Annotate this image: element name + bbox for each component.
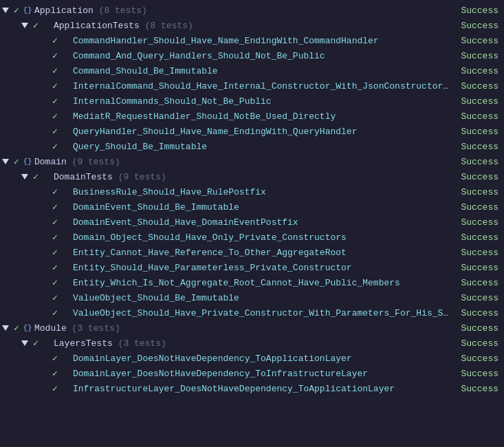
row-label: MediatR_RequestHandler_Should_NotBe_Used…	[72, 111, 452, 122]
row-label: Entity_Should_Have_Parameterless_Private…	[72, 263, 452, 273]
expander-icon	[39, 96, 50, 107]
row-label: InternalCommand_Should_Have_Internal_Con…	[72, 81, 452, 91]
status-badge: Success	[457, 263, 498, 273]
code-icon-spacer	[61, 353, 72, 364]
tree-row-test-entity-parameterless[interactable]: ✓Entity_Should_Have_Parameterless_Privat…	[0, 260, 504, 275]
code-icon-spacer	[41, 171, 52, 182]
row-label: Domain (9 tests)	[33, 157, 452, 167]
tree-row-test-domain-object-constructors[interactable]: ✓Domain_Object_Should_Have_Only_Private_…	[0, 230, 504, 245]
code-icon-spacer	[61, 35, 72, 46]
expander-icon	[39, 232, 50, 243]
row-label: ValueObject_Should_Have_Private_Construc…	[72, 308, 452, 318]
expander-icon[interactable]	[0, 156, 11, 167]
check-icon: ✓	[50, 186, 61, 197]
tree-row-test-commandhandler-name[interactable]: ✓CommandHandler_Should_Have_Name_EndingW…	[0, 33, 504, 48]
tree-row-domain-tests-class[interactable]: ✓DomainTests (9 tests)Success	[0, 169, 504, 184]
code-icon-spacer	[61, 201, 72, 212]
row-label: InternalCommands_Should_Not_Be_Public	[72, 96, 452, 107]
row-label: LayersTests (3 tests)	[52, 338, 452, 349]
row-label: Entity_Which_Is_Not_Aggregate_Root_Canno…	[72, 278, 452, 288]
check-icon: ✓	[50, 247, 61, 258]
tree-row-test-domain-layer-application[interactable]: ✓DomainLayer_DoesNotHaveDependency_ToApp…	[0, 351, 504, 366]
check-icon: ✓	[30, 20, 41, 31]
status-badge: Success	[457, 96, 498, 107]
expander-icon	[39, 247, 50, 258]
row-label: DomainLayer_DoesNotHaveDependency_ToInfr…	[72, 369, 452, 379]
check-icon: ✓	[50, 232, 61, 243]
expander-icon	[39, 65, 50, 76]
expander-icon	[39, 201, 50, 212]
tree-row-layers-tests-class[interactable]: ✓LayersTests (3 tests)Success	[0, 336, 504, 351]
tree-row-test-entity-not-aggregate[interactable]: ✓Entity_Which_Is_Not_Aggregate_Root_Cann…	[0, 275, 504, 290]
row-label: Domain_Object_Should_Have_Only_Private_C…	[72, 232, 452, 243]
check-icon: ✓	[50, 383, 61, 394]
test-count: (3 tests)	[113, 338, 166, 349]
code-icon-spacer	[61, 292, 72, 303]
tree-row-application-tests-class[interactable]: ✓ApplicationTests (8 tests)Success	[0, 18, 504, 33]
status-badge: Success	[457, 353, 498, 364]
code-icon-spacer	[61, 65, 72, 76]
tree-row-test-infrastructure-layer-application[interactable]: ✓InfrastructureLayer_DoesNotHaveDependen…	[0, 381, 504, 396]
check-icon: ✓	[50, 126, 61, 137]
check-icon: ✓	[50, 80, 61, 91]
tree-row-domain-group[interactable]: ✓{}Domain (9 tests)Success	[0, 154, 504, 169]
status-badge: Success	[457, 127, 498, 137]
code-icon-spacer	[61, 307, 72, 318]
tree-row-test-queryhandler-name[interactable]: ✓QueryHandler_Should_Have_Name_EndingWit…	[0, 124, 504, 139]
code-icon-spacer	[61, 186, 72, 197]
code-icon-spacer	[41, 338, 52, 349]
status-badge: Success	[457, 202, 498, 212]
expander-icon[interactable]	[0, 323, 11, 334]
expander-icon	[39, 50, 50, 61]
status-badge: Success	[457, 36, 498, 46]
expander-icon[interactable]	[19, 171, 30, 182]
tree-row-test-command-query-handlers[interactable]: ✓Command_And_Query_Handlers_Should_Not_B…	[0, 48, 504, 63]
code-icon-spacer	[61, 217, 72, 228]
expander-icon[interactable]	[19, 338, 30, 349]
tree-row-test-value-object-constructor[interactable]: ✓ValueObject_Should_Have_Private_Constru…	[0, 305, 504, 320]
check-icon: ✓	[50, 65, 61, 76]
status-badge: Success	[457, 81, 498, 91]
tree-row-test-command-immutable[interactable]: ✓Command_Should_Be_ImmutableSuccess	[0, 63, 504, 78]
tree-row-test-query-immutable[interactable]: ✓Query_Should_Be_ImmutableSuccess	[0, 139, 504, 154]
tree-row-module-group[interactable]: ✓{}Module (3 tests)Success	[0, 320, 504, 336]
expander-icon	[39, 35, 50, 46]
tree-row-test-domain-event-postfix[interactable]: ✓DomainEvent_Should_Have_DomainEventPost…	[0, 215, 504, 230]
status-badge: Success	[457, 217, 498, 228]
expander-icon	[39, 80, 50, 91]
status-badge: Success	[457, 293, 498, 303]
check-icon: ✓	[50, 35, 61, 46]
expander-icon	[39, 141, 50, 152]
expander-icon	[39, 368, 50, 379]
status-badge: Success	[457, 323, 498, 334]
code-icon-spacer	[61, 262, 72, 273]
expander-icon[interactable]	[0, 5, 11, 16]
row-label: Command_And_Query_Handlers_Should_Not_Be…	[72, 51, 452, 61]
code-icon-spacer	[61, 50, 72, 61]
code-icon-spacer	[61, 141, 72, 152]
row-label: DomainEvent_Should_Be_Immutable	[72, 202, 452, 212]
expander-icon	[39, 307, 50, 318]
tree-row-test-domain-event-immutable[interactable]: ✓DomainEvent_Should_Be_ImmutableSuccess	[0, 199, 504, 215]
tree-row-test-business-rule-postfix[interactable]: ✓BusinessRule_Should_Have_RulePostfixSuc…	[0, 184, 504, 199]
code-icon-spacer	[61, 232, 72, 243]
tree-row-test-value-object-immutable[interactable]: ✓ValueObject_Should_Be_ImmutableSuccess	[0, 290, 504, 305]
tree-row-test-domain-layer-infrastructure[interactable]: ✓DomainLayer_DoesNotHaveDependency_ToInf…	[0, 366, 504, 381]
status-badge: Success	[457, 384, 498, 394]
tree-row-application-group[interactable]: ✓{}Application (8 tests)Success	[0, 3, 504, 18]
test-count: (3 tests)	[67, 323, 120, 334]
tree-row-test-internal-commands-not-public[interactable]: ✓InternalCommands_Should_Not_Be_PublicSu…	[0, 94, 504, 109]
tree-row-test-entity-aggregate-root[interactable]: ✓Entity_Cannot_Have_Reference_To_Other_A…	[0, 245, 504, 260]
code-icon-spacer	[61, 96, 72, 107]
expander-icon[interactable]	[19, 20, 30, 31]
tree-row-test-internal-command-json[interactable]: ✓InternalCommand_Should_Have_Internal_Co…	[0, 78, 504, 94]
status-badge: Success	[457, 278, 498, 288]
expander-icon	[39, 126, 50, 137]
row-label: BusinessRule_Should_Have_RulePostfix	[72, 187, 452, 197]
row-label: Application (8 tests)	[33, 6, 452, 16]
code-icon-spacer	[61, 368, 72, 379]
check-icon: ✓	[50, 96, 61, 107]
expander-icon	[39, 111, 50, 122]
check-icon: ✓	[50, 141, 61, 152]
tree-row-test-mediatr-request-handler[interactable]: ✓MediatR_RequestHandler_Should_NotBe_Use…	[0, 109, 504, 124]
